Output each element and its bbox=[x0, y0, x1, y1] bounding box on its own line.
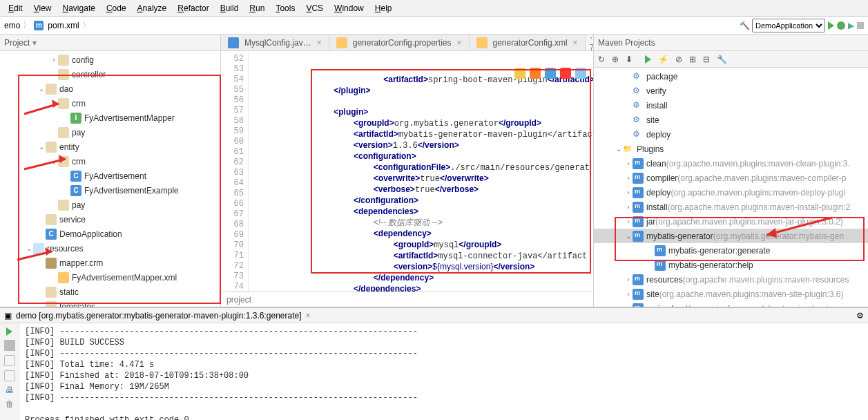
maven-lifecycle-package[interactable]: package bbox=[594, 69, 868, 84]
tree-item-crm[interactable]: ⌄crm bbox=[0, 96, 220, 111]
maven-plugin-clean[interactable]: ›clean (org.apache.maven.plugins:maven-c… bbox=[594, 156, 868, 171]
maven-lifecycle-site[interactable]: site bbox=[594, 113, 868, 127]
maven-plugin-deploy[interactable]: ›deploy (org.apache.maven.plugins:maven-… bbox=[594, 185, 868, 200]
tree-item-static[interactable]: static bbox=[0, 285, 220, 299]
editor-body[interactable]: 5253545556575859606162636465666768697071… bbox=[221, 51, 593, 292]
editor-tab[interactable]: generatorConfig.properties× bbox=[329, 35, 470, 50]
safari-icon[interactable] bbox=[545, 68, 556, 79]
maven-lifecycle-deploy[interactable]: deploy bbox=[594, 127, 868, 142]
coverage-icon[interactable]: ▶ bbox=[848, 21, 854, 30]
project-tree[interactable]: ›configcontroller⌄dao⌄crmIFyAdvertisemen… bbox=[0, 51, 220, 307]
stop-icon[interactable] bbox=[857, 22, 864, 29]
settings-icon[interactable]: ⚙ bbox=[856, 311, 864, 321]
menu-code[interactable]: Code bbox=[101, 2, 132, 15]
download-icon[interactable]: ⬇ bbox=[626, 55, 633, 64]
chevron-icon[interactable]: › bbox=[624, 174, 633, 182]
chevron-icon[interactable]: ⌄ bbox=[615, 145, 623, 153]
breadcrumb-file[interactable]: pom.xml bbox=[48, 21, 79, 30]
menu-help[interactable]: Help bbox=[369, 2, 398, 15]
tree-item-controller[interactable]: controller bbox=[0, 67, 220, 82]
chevron-icon[interactable]: › bbox=[624, 305, 633, 307]
trash-icon[interactable]: 🗑 bbox=[6, 399, 14, 409]
dropdown-icon[interactable]: ▾ bbox=[32, 38, 37, 48]
tree-item-fyadvertisementmapper[interactable]: IFyAdvertisementMapper bbox=[0, 111, 220, 125]
stop-icon[interactable] bbox=[4, 340, 15, 351]
maven-run-icon[interactable] bbox=[645, 55, 651, 64]
reimport-icon[interactable]: ↻ bbox=[598, 55, 605, 64]
close-icon[interactable]: × bbox=[317, 38, 322, 48]
close-icon[interactable]: × bbox=[573, 38, 578, 48]
maven-plugin-install[interactable]: ›install (org.apache.maven.plugins:maven… bbox=[594, 200, 868, 214]
collapse-icon[interactable]: ⊟ bbox=[703, 55, 710, 64]
menu-view[interactable]: View bbox=[28, 2, 57, 15]
editor-tab[interactable]: generatorConfig.xml× bbox=[470, 35, 586, 50]
maven-plugins-folder[interactable]: ⌄Plugins bbox=[594, 142, 868, 156]
debug-icon[interactable] bbox=[837, 21, 845, 30]
maven-tree[interactable]: packageverifyinstallsitedeploy⌄Plugins›c… bbox=[594, 68, 868, 307]
menu-vcs[interactable]: VCS bbox=[300, 2, 329, 15]
chevron-icon[interactable]: › bbox=[624, 276, 633, 283]
tree-item-pay[interactable]: pay bbox=[0, 198, 220, 212]
editor-code[interactable]: <artifactId>spring-boot-maven-plugin</ar… bbox=[249, 51, 593, 292]
console-run-label[interactable]: demo [org.mybatis.generator:mybatis-gene… bbox=[16, 311, 302, 321]
edge-icon[interactable] bbox=[575, 68, 586, 79]
close-icon[interactable]: × bbox=[456, 38, 461, 48]
tree-item-demoapplication[interactable]: CDemoApplication bbox=[0, 227, 220, 241]
show-deps-icon[interactable]: ⊞ bbox=[689, 55, 696, 64]
close-icon[interactable]: × bbox=[306, 311, 311, 321]
menu-tools[interactable]: Tools bbox=[270, 2, 300, 15]
menu-window[interactable]: Window bbox=[329, 2, 369, 15]
rerun-icon[interactable] bbox=[6, 327, 12, 336]
maven-exec-icon[interactable]: ⚡ bbox=[658, 55, 668, 64]
maven-plugin-compiler[interactable]: ›compiler (org.apache.maven.plugins:mave… bbox=[594, 171, 868, 185]
menu-analyze[interactable]: Analyze bbox=[132, 2, 173, 15]
maven-plugin-mybatis-generator-generate[interactable]: mybatis-generator:generate bbox=[594, 243, 868, 258]
chevron-icon[interactable]: ⌄ bbox=[37, 143, 46, 151]
generate-icon[interactable]: ⊕ bbox=[612, 55, 619, 64]
opera-icon[interactable] bbox=[560, 68, 571, 79]
chevron-icon[interactable]: › bbox=[624, 189, 633, 196]
tree-item-crm[interactable]: ⌄crm bbox=[0, 154, 220, 169]
tree-item-entity[interactable]: ⌄entity bbox=[0, 140, 220, 154]
breadcrumb-root[interactable]: emo bbox=[4, 21, 20, 30]
toggle-icon[interactable] bbox=[4, 355, 15, 366]
console-output[interactable]: [INFO] ---------------------------------… bbox=[19, 323, 868, 420]
tree-item-fyadvertisementexample[interactable]: CFyAdvertisementExample bbox=[0, 183, 220, 198]
tree-item-service[interactable]: service bbox=[0, 212, 220, 227]
project-panel-header[interactable]: Project ▾ bbox=[0, 35, 220, 51]
run-config-select[interactable]: DemoApplication bbox=[752, 19, 825, 32]
firefox-icon[interactable] bbox=[530, 68, 541, 79]
maven-plugin-mybatis-generator-help[interactable]: mybatis-generator:help bbox=[594, 258, 868, 272]
chevron-icon[interactable]: › bbox=[624, 218, 633, 225]
chevron-icon[interactable]: ⌄ bbox=[25, 245, 33, 252]
settings-icon[interactable]: 🔧 bbox=[717, 55, 727, 64]
tree-item-mapper-crm[interactable]: mapper.crm bbox=[0, 256, 220, 270]
chevron-icon[interactable]: ⌄ bbox=[50, 99, 58, 107]
toggle-icon[interactable] bbox=[4, 370, 15, 381]
editor-tab[interactable]: MysqlConfig.jav…× bbox=[221, 35, 329, 50]
menu-run[interactable]: Run bbox=[244, 2, 270, 15]
tree-item-fyadvertisementmapper-xml[interactable]: FyAdvertisementMapper.xml bbox=[0, 270, 220, 285]
chevron-icon[interactable]: › bbox=[624, 160, 633, 167]
editor-breadcrumb-bottom[interactable]: project bbox=[221, 292, 593, 307]
run-icon[interactable] bbox=[828, 21, 834, 30]
tree-item-resources[interactable]: ⌄resources bbox=[0, 241, 220, 256]
tree-item-pay[interactable]: pay bbox=[0, 125, 220, 140]
menu-refactor[interactable]: Refactor bbox=[172, 2, 214, 15]
chevron-icon[interactable]: › bbox=[624, 203, 633, 211]
maven-plugin-site[interactable]: ›site (org.apache.maven.plugins:maven-si… bbox=[594, 287, 868, 301]
toggle-offline-icon[interactable]: ⊘ bbox=[675, 55, 682, 64]
chevron-icon[interactable]: ⌄ bbox=[50, 158, 58, 165]
build-icon[interactable]: 🔨 bbox=[740, 21, 749, 30]
chevron-icon[interactable]: › bbox=[624, 290, 633, 298]
chevron-icon[interactable]: ⌄ bbox=[624, 232, 633, 240]
maven-plugin-jar[interactable]: ›jar (org.apache.maven.plugins:maven-jar… bbox=[594, 214, 868, 229]
menu-edit[interactable]: Edit bbox=[3, 2, 28, 15]
chevron-icon[interactable]: › bbox=[50, 56, 58, 64]
tree-item-dao[interactable]: ⌄dao bbox=[0, 82, 220, 96]
chrome-icon[interactable] bbox=[514, 68, 525, 79]
maven-plugin-resources[interactable]: ›resources (org.apache.maven.plugins:mav… bbox=[594, 272, 868, 287]
tree-item-config[interactable]: ›config bbox=[0, 52, 220, 67]
tree-item-fyadvertisement[interactable]: CFyAdvertisement bbox=[0, 169, 220, 183]
chevron-icon[interactable]: ⌄ bbox=[37, 85, 46, 93]
